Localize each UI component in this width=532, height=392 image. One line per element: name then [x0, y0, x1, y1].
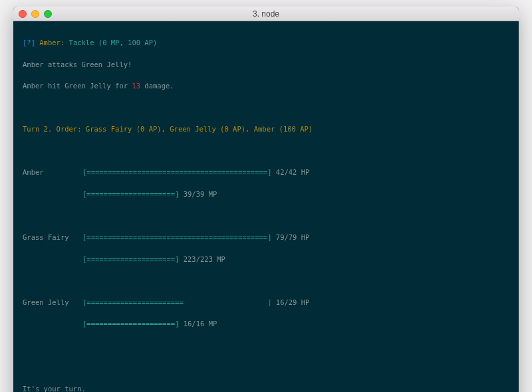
hp-bar: [=======================================… — [82, 167, 271, 177]
window-title: 3. node — [13, 9, 519, 19]
status-row: Grass Fairy[============================… — [23, 232, 509, 243]
terminal-body[interactable]: [?] Amber: Tackle (0 MP, 100 AP) Amber a… — [13, 21, 519, 392]
status-row: Green Jelly[======================= ] 16… — [23, 297, 509, 308]
mp-bar: [=====================] — [82, 254, 179, 264]
hp-bar: [======================= ] — [82, 297, 271, 308]
log-line: Amber attacks Green Jelly! — [23, 59, 509, 70]
titlebar: 3. node — [13, 7, 519, 21]
your-turn: It's your turn. — [23, 383, 509, 392]
mp-bar: [=====================] — [82, 318, 179, 329]
action-prompt-amber: [?] Amber: Tackle (0 MP, 100 AP) — [23, 37, 509, 48]
mp-bar: [=====================] — [82, 189, 179, 199]
log-line: Amber hit Green Jelly for 13 damage. — [23, 80, 509, 91]
status-row: Amber[==================================… — [23, 167, 509, 177]
hp-bar: [=======================================… — [82, 232, 271, 243]
turn-header: Turn 2. Order: Grass Fairy (0 AP), Green… — [23, 124, 509, 134]
terminal-window: 3. node [?] Amber: Tackle (0 MP, 100 AP)… — [13, 7, 519, 392]
